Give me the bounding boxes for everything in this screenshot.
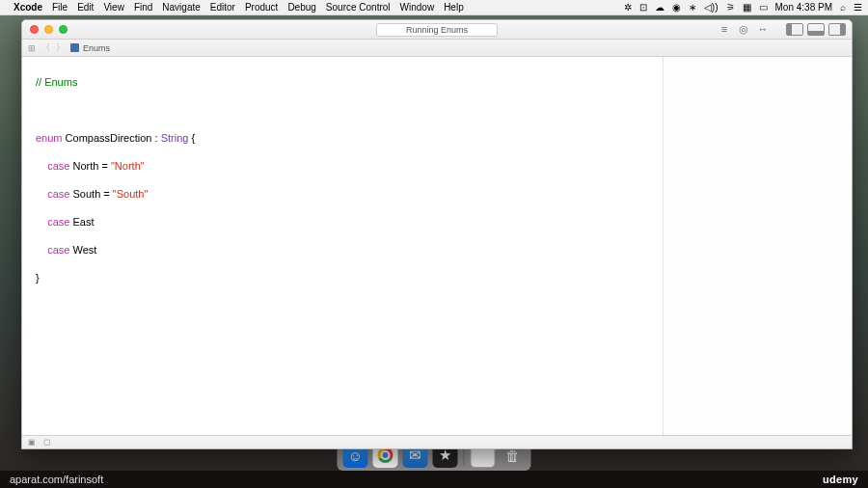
menubar-tray: ✲ ⊡ ☁ ◉ ∗ ◁)) ⚞ ▦ ▭ Mon 4:38 PM ⌕ ☰ [624, 2, 862, 13]
mac-menubar: Xcode File Edit View Find Navigate Edito… [0, 0, 868, 15]
jump-bar: ⊞ 〈 〉 Enums [22, 40, 852, 57]
editor-version-icon[interactable]: ↔ [755, 23, 771, 36]
menu-find[interactable]: Find [134, 2, 152, 13]
tray-cloud-icon[interactable]: ☁ [655, 2, 665, 13]
tray-wifi-icon[interactable]: ⚞ [726, 2, 735, 13]
nav-forward-button[interactable]: 〉 [56, 41, 65, 54]
code-text: West [69, 244, 96, 256]
code-text: North = [69, 160, 111, 172]
menu-window[interactable]: Window [400, 2, 435, 13]
editor-bottom-bar: ▣ ▢ [22, 435, 852, 448]
tray-screencast-icon[interactable]: ⊡ [639, 2, 647, 13]
code-comment: // Enums [36, 76, 77, 88]
toggle-right-panel-button[interactable] [828, 23, 846, 36]
menu-help[interactable]: Help [444, 2, 464, 13]
window-status: Running Enums [376, 23, 498, 37]
code-kw: enum [36, 132, 63, 144]
editor-assistant-icon[interactable]: ◎ [736, 23, 751, 36]
nav-back-button[interactable]: 〈 [41, 41, 50, 54]
related-items-icon[interactable]: ⊞ [28, 43, 36, 53]
overlay-brand-label: udemy [823, 474, 858, 485]
spotlight-icon[interactable]: ⌕ [840, 2, 846, 13]
app-menu[interactable]: Xcode [14, 2, 42, 13]
menu-navigate[interactable]: Navigate [162, 2, 200, 13]
code-text: CompassDirection : [63, 132, 161, 144]
video-overlay-bar: aparat.com/farinsoft udemy [0, 471, 868, 488]
window-titlebar[interactable]: Running Enums ≡ ◎ ↔ [22, 20, 852, 40]
editor-secondary-pane [664, 57, 852, 435]
menu-source-control[interactable]: Source Control [326, 2, 391, 13]
window-close-button[interactable] [30, 25, 39, 34]
menu-file[interactable]: File [52, 2, 68, 13]
menu-product[interactable]: Product [245, 2, 278, 13]
toggle-left-panel-button[interactable] [786, 23, 803, 36]
debug-console-icon[interactable]: ▢ [43, 438, 51, 447]
code-kw: case [36, 160, 69, 172]
jump-bar-file[interactable]: Enums [70, 43, 110, 53]
breakpoint-toggle-icon[interactable]: ▣ [28, 438, 36, 447]
menu-view[interactable]: View [103, 2, 124, 13]
jump-bar-file-label: Enums [83, 43, 110, 53]
editor-standard-icon[interactable]: ≡ [717, 23, 732, 36]
xcode-window: Running Enums ≡ ◎ ↔ ⊞ 〈 〉 Enums // Enums… [21, 19, 853, 449]
code-kw: case [36, 244, 69, 256]
window-traffic-lights [22, 25, 68, 34]
tray-volume-icon[interactable]: ◁)) [704, 2, 719, 13]
menubar-clock[interactable]: Mon 4:38 PM [775, 2, 832, 13]
tray-bluetooth-icon[interactable]: ∗ [689, 2, 696, 13]
code-text: } [36, 272, 40, 284]
code-editor[interactable]: // Enums enum CompassDirection : String … [22, 57, 664, 435]
swift-file-icon [70, 43, 79, 52]
menu-editor[interactable]: Editor [210, 2, 235, 13]
window-zoom-button[interactable] [59, 25, 68, 34]
toggle-bottom-panel-button[interactable] [807, 23, 825, 36]
code-text: East [69, 216, 94, 228]
tray-battery-icon[interactable]: ▭ [759, 2, 768, 13]
menubar-list-icon[interactable]: ☰ [854, 2, 862, 13]
tray-sync-icon[interactable]: ◉ [672, 2, 681, 13]
tray-icon[interactable]: ✲ [624, 2, 632, 13]
code-kw: case [36, 216, 69, 228]
menu-debug[interactable]: Debug [287, 2, 315, 13]
toolbar-right: ≡ ◎ ↔ [717, 23, 846, 36]
window-minimize-button[interactable] [44, 25, 53, 34]
code-string: "South" [113, 188, 149, 200]
code-kw: case [36, 188, 69, 200]
code-type: String [161, 132, 189, 144]
code-text: South = [69, 188, 112, 200]
overlay-source-label: aparat.com/farinsoft [10, 474, 103, 485]
code-string: "North" [111, 160, 145, 172]
tray-flag-icon[interactable]: ▦ [743, 2, 751, 13]
code-text: { [188, 132, 195, 144]
menu-edit[interactable]: Edit [77, 2, 94, 13]
